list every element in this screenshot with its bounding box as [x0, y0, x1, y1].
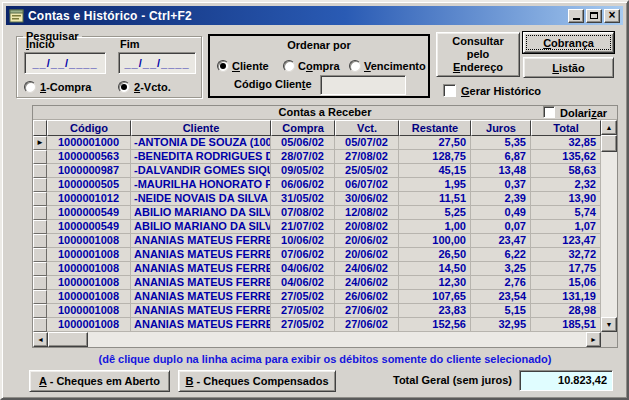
- inicio-date-input[interactable]: __/__/____: [24, 52, 106, 74]
- listao-button[interactable]: Listão: [523, 57, 614, 78]
- grid-cell[interactable]: 1000001000: [47, 136, 131, 150]
- grid-cell[interactable]: 128,75: [399, 150, 471, 164]
- grid-cell[interactable]: 1000000505: [47, 178, 131, 192]
- grid-cell[interactable]: 27,50: [399, 136, 471, 150]
- grid-cell[interactable]: 1,07: [531, 220, 601, 234]
- grid-cell[interactable]: 06/07/02: [335, 178, 399, 192]
- grid-cell[interactable]: 05/06/02: [271, 136, 335, 150]
- grid-cell[interactable]: ANANIAS MATEUS FERREIR: [131, 248, 271, 262]
- codigo-cliente-input[interactable]: [320, 75, 406, 95]
- grid-cell[interactable]: 24/06/02: [335, 276, 399, 290]
- grid-cell[interactable]: 0,07: [471, 220, 531, 234]
- grid-cell[interactable]: 1000001012: [47, 192, 131, 206]
- grid-cell[interactable]: 25/05/02: [335, 164, 399, 178]
- horizontal-scroll-thumb[interactable]: [48, 332, 88, 347]
- grid-cell[interactable]: -BENEDITA RODRIGUES DE S: [131, 150, 271, 164]
- grid-cell[interactable]: 5,74: [531, 206, 601, 220]
- grid-cell[interactable]: 1000001008: [47, 304, 131, 318]
- grid-cell[interactable]: 5,15: [471, 304, 531, 318]
- grid-cell[interactable]: ANANIAS MATEUS FERREIR: [131, 276, 271, 290]
- grid-row[interactable]: 1000001008ANANIAS MATEUS FERREIR10/06/02…: [33, 234, 601, 248]
- grid-cell[interactable]: 2,32: [531, 178, 601, 192]
- grid-cell[interactable]: 27/05/02: [271, 290, 335, 304]
- grid-cell[interactable]: 1000000549: [47, 220, 131, 234]
- grid-cell[interactable]: -ANTONIA DE SOUZA (1003: [131, 136, 271, 150]
- grid-cell[interactable]: 58,63: [531, 164, 601, 178]
- grid-row[interactable]: 1000001008ANANIAS MATEUS FERREIR27/05/02…: [33, 304, 601, 318]
- grid-cell[interactable]: 27/06/02: [335, 318, 399, 332]
- scroll-up-button[interactable]: ▲: [601, 120, 617, 135]
- grid-cell[interactable]: 23,54: [471, 290, 531, 304]
- grid-cell[interactable]: 07/06/02: [271, 248, 335, 262]
- grid-cell[interactable]: 5,25: [399, 206, 471, 220]
- grid-header-juros[interactable]: Juros: [471, 120, 531, 136]
- grid-row[interactable]: 1000001008ANANIAS MATEUS FERREIR07/06/02…: [33, 248, 601, 262]
- grid-row[interactable]: 1000001008ANANIAS MATEUS FERREIR27/05/02…: [33, 290, 601, 304]
- grid-row[interactable]: 1000001012-NEIDE NOVAIS DA SILVA (131/05…: [33, 192, 601, 206]
- close-button[interactable]: ×: [604, 9, 620, 23]
- grid-cell[interactable]: 24/06/02: [335, 262, 399, 276]
- radio-1-compra[interactable]: [24, 81, 36, 93]
- grid-cell[interactable]: 32,95: [471, 318, 531, 332]
- grid-cell[interactable]: 26,50: [399, 248, 471, 262]
- grid-cell[interactable]: 2,76: [471, 276, 531, 290]
- grid-cell[interactable]: 100,00: [399, 234, 471, 248]
- grid-cell[interactable]: 13,90: [531, 192, 601, 206]
- grid-header-codigo[interactable]: Código: [47, 120, 131, 136]
- grid-row[interactable]: 1000000505-MAURILHA HONORATO FER06/06/02…: [33, 178, 601, 192]
- grid-cell[interactable]: 5,35: [471, 136, 531, 150]
- grid-row[interactable]: 1000000563-BENEDITA RODRIGUES DE S28/07/…: [33, 150, 601, 164]
- grid-cell[interactable]: 1000001008: [47, 248, 131, 262]
- cheques-em-aberto-button[interactable]: A - Cheques em Aberto: [29, 370, 170, 392]
- cheques-compensados-button[interactable]: B - Cheques Compensados: [178, 370, 336, 392]
- grid-cell[interactable]: 107,65: [399, 290, 471, 304]
- grid-cell[interactable]: 1000001008: [47, 234, 131, 248]
- vertical-scroll-thumb[interactable]: [601, 135, 617, 152]
- grid-cell[interactable]: 1000001008: [47, 276, 131, 290]
- grid-cell[interactable]: 12,30: [399, 276, 471, 290]
- grid-cell[interactable]: -NEIDE NOVAIS DA SILVA (1: [131, 192, 271, 206]
- fim-date-input[interactable]: __/__/____: [118, 52, 196, 74]
- radio-order-cliente[interactable]: [217, 60, 229, 72]
- grid-cell[interactable]: 28,98: [531, 304, 601, 318]
- grid-cell[interactable]: 04/06/02: [271, 262, 335, 276]
- grid-cell[interactable]: ABILIO MARIANO DA SILVA: [131, 220, 271, 234]
- grid-cell[interactable]: 15,06: [531, 276, 601, 290]
- grid-cell[interactable]: 12/08/02: [335, 206, 399, 220]
- grid-cell[interactable]: 45,15: [399, 164, 471, 178]
- grid-cell[interactable]: 27/08/02: [335, 150, 399, 164]
- grid-cell[interactable]: 1000000549: [47, 206, 131, 220]
- dolarizar-checkbox[interactable]: [543, 106, 555, 118]
- grid-cell[interactable]: 04/06/02: [271, 276, 335, 290]
- grid-cell[interactable]: 17,75: [531, 262, 601, 276]
- grid-cell[interactable]: 07/08/02: [271, 206, 335, 220]
- grid-cell[interactable]: 123,47: [531, 234, 601, 248]
- grid-row[interactable]: 1000001008ANANIAS MATEUS FERREIR04/06/02…: [33, 262, 601, 276]
- grid-cell[interactable]: 0,49: [471, 206, 531, 220]
- grid-header-compra[interactable]: Compra: [271, 120, 335, 136]
- grid-cell[interactable]: 05/07/02: [335, 136, 399, 150]
- grid-cell[interactable]: -MAURILHA HONORATO FER: [131, 178, 271, 192]
- grid-cell[interactable]: 13,48: [471, 164, 531, 178]
- grid-cell[interactable]: 20/06/02: [335, 234, 399, 248]
- grid-cell[interactable]: 1000001008: [47, 262, 131, 276]
- vertical-scrollbar[interactable]: ▲ ▼: [601, 120, 617, 332]
- grid-cell[interactable]: 131,19: [531, 290, 601, 304]
- grid-cell[interactable]: 185,51: [531, 318, 601, 332]
- cobranca-button[interactable]: Cobrança: [523, 32, 614, 53]
- grid-row[interactable]: 1000000549ABILIO MARIANO DA SILVA21/07/0…: [33, 220, 601, 234]
- radio-order-compra[interactable]: [283, 60, 295, 72]
- grid-cell[interactable]: 10/06/02: [271, 234, 335, 248]
- grid-cell[interactable]: 1,00: [399, 220, 471, 234]
- grid-cell[interactable]: -DALVANDIR GOMES SIQUE: [131, 164, 271, 178]
- grid-cell[interactable]: 2,39: [471, 192, 531, 206]
- grid-cell[interactable]: 09/05/02: [271, 164, 335, 178]
- radio-2-vcto[interactable]: [118, 81, 130, 93]
- grid-cell[interactable]: 0,37: [471, 178, 531, 192]
- grid-cell[interactable]: 30/06/02: [335, 192, 399, 206]
- grid-cell[interactable]: 1000000987: [47, 164, 131, 178]
- grid-cell[interactable]: 6,87: [471, 150, 531, 164]
- grid-header-restante[interactable]: Restante: [399, 120, 471, 136]
- maximize-button[interactable]: [586, 9, 602, 23]
- grid-cell[interactable]: 27/05/02: [271, 318, 335, 332]
